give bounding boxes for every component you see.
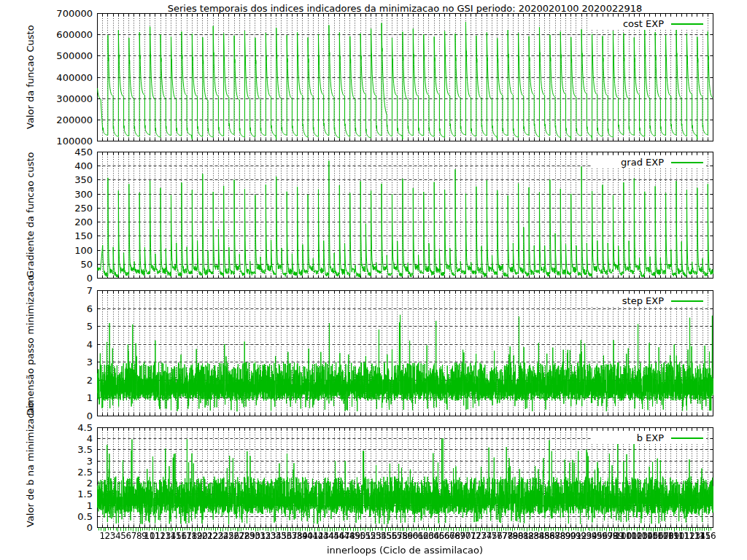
chart-root: Series temporais dos indices indicadores…: [0, 0, 747, 560]
ylabel-step: Dimensão passo minimizacao: [25, 290, 36, 416]
y-tick-label: 350: [40, 174, 93, 185]
y-tick-label: 4: [40, 433, 93, 444]
y-tick-label: 200000: [40, 114, 93, 125]
y-tick-label: 0.5: [40, 511, 93, 522]
y-tick-label: 300000: [40, 93, 93, 104]
y-tick-label: 3.5: [40, 444, 93, 455]
y-tick-label: 3: [40, 357, 93, 368]
y-tick-label: 100: [40, 245, 93, 256]
y-tick-label: 100000: [40, 136, 93, 147]
legend-b: b EXP: [591, 432, 706, 444]
y-tick-label: 5: [40, 321, 93, 332]
y-tick-label: 0: [40, 522, 93, 533]
y-tick-label: 150: [40, 230, 93, 241]
legend-cost: cost EXP: [591, 18, 706, 30]
y-tick-label: 600000: [40, 29, 93, 40]
ylabel-grad: Gradiente da funcao custo: [25, 152, 36, 278]
legend-step-line-sample: [671, 300, 703, 302]
legend-cost-line-sample: [671, 23, 703, 25]
y-tick-label: 0: [40, 273, 93, 284]
y-tick-label: 2: [40, 375, 93, 386]
grad-plot-canvas: [97, 152, 713, 279]
legend-step-label: step EXP: [622, 295, 664, 306]
y-tick-label: 250: [40, 203, 93, 214]
chart-title: Series temporais dos indices indicadores…: [97, 3, 713, 14]
y-tick-label: 4: [40, 339, 93, 350]
legend-step: step EXP: [591, 295, 706, 307]
y-tick-label: 4.5: [40, 422, 93, 433]
y-tick-label: 2: [40, 478, 93, 489]
y-tick-label: 200: [40, 217, 93, 228]
y-tick-label: 6: [40, 303, 93, 314]
y-tick-label: 700000: [40, 8, 93, 19]
y-tick-label: 1: [40, 500, 93, 511]
y-tick-label: 1: [40, 392, 93, 403]
y-tick-label: 500000: [40, 50, 93, 61]
cost-plot-canvas: [97, 13, 713, 141]
y-tick-label: 1.5: [40, 489, 93, 499]
legend-b-line-sample: [671, 438, 703, 439]
legend-cost-label: cost EXP: [623, 18, 664, 29]
y-tick-label: 2.5: [40, 467, 93, 478]
x-axis-label: innerloops (Ciclo de assimilacao): [97, 545, 713, 556]
ylabel-cost: Valor da funcao Custo: [25, 13, 36, 141]
step-plot-canvas: [97, 290, 713, 416]
y-tick-label: 50: [40, 259, 93, 270]
y-tick-label: 400000: [40, 72, 93, 83]
x-tick-label: 116: [700, 531, 716, 541]
ylabel-b: Valor de b na minimizacao: [25, 427, 36, 527]
legend-grad-line-sample: [671, 162, 703, 163]
y-tick-label: 0: [40, 411, 93, 421]
y-tick-label: 7: [40, 285, 93, 296]
legend-grad-label: grad EXP: [621, 157, 664, 168]
y-tick-label: 400: [40, 160, 93, 171]
legend-b-label: b EXP: [637, 432, 664, 443]
legend-grad: grad EXP: [591, 156, 706, 168]
y-tick-label: 300: [40, 189, 93, 200]
y-tick-label: 3: [40, 456, 93, 467]
y-tick-label: 450: [40, 147, 93, 158]
